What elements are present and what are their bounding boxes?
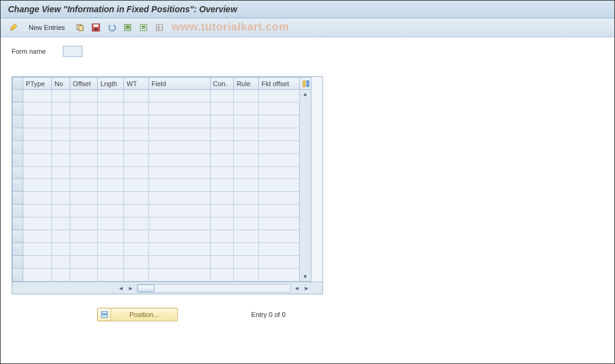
cell[interactable] xyxy=(124,153,149,166)
row-selector[interactable] xyxy=(13,205,23,217)
cell[interactable] xyxy=(124,102,149,115)
table-row[interactable] xyxy=(13,192,311,205)
cell[interactable] xyxy=(210,166,234,179)
cell[interactable] xyxy=(149,268,211,281)
col-no[interactable]: No xyxy=(52,78,70,90)
vertical-scrollbar[interactable]: ▲▼ xyxy=(299,90,311,282)
cell[interactable] xyxy=(259,128,299,140)
scroll-right2-icon[interactable]: ► xyxy=(302,285,311,291)
cell[interactable] xyxy=(149,102,211,115)
col-wt[interactable]: WT xyxy=(124,78,149,90)
table-row[interactable] xyxy=(13,255,311,268)
cell[interactable] xyxy=(149,192,211,205)
cell[interactable] xyxy=(23,115,52,128)
cell[interactable] xyxy=(259,243,299,256)
cell[interactable] xyxy=(234,102,259,115)
table-row[interactable] xyxy=(13,128,311,140)
cell[interactable] xyxy=(98,102,124,115)
cell[interactable] xyxy=(210,268,234,281)
cell[interactable] xyxy=(70,140,98,153)
cell[interactable] xyxy=(210,192,234,205)
cell[interactable] xyxy=(52,230,70,243)
cell[interactable] xyxy=(259,230,299,243)
cell[interactable] xyxy=(259,268,299,281)
cell[interactable] xyxy=(210,153,234,166)
cell[interactable] xyxy=(259,192,299,205)
cell[interactable] xyxy=(52,243,70,256)
scroll-right-icon[interactable]: ► xyxy=(126,285,136,291)
scroll-down-icon[interactable]: ▼ xyxy=(302,274,308,280)
cell[interactable] xyxy=(70,115,98,128)
row-selector[interactable] xyxy=(13,90,23,103)
cell[interactable] xyxy=(149,230,211,243)
row-selector[interactable] xyxy=(13,153,23,166)
position-button[interactable]: Position... xyxy=(97,308,178,321)
cell[interactable] xyxy=(234,205,259,217)
row-selector[interactable] xyxy=(13,140,23,153)
cell[interactable] xyxy=(98,217,124,230)
form-name-input[interactable] xyxy=(63,46,82,57)
table-row[interactable] xyxy=(13,179,311,192)
cell[interactable] xyxy=(210,230,234,243)
cell[interactable] xyxy=(149,179,211,192)
col-con[interactable]: Con. xyxy=(210,78,234,90)
cell[interactable] xyxy=(52,153,70,166)
cell[interactable] xyxy=(149,217,211,230)
cell[interactable] xyxy=(234,255,259,268)
cell[interactable] xyxy=(210,140,234,153)
col-offset[interactable]: Offset xyxy=(70,78,98,90)
col-lngth[interactable]: Lngth xyxy=(98,78,124,90)
cell[interactable] xyxy=(70,268,98,281)
row-selector[interactable] xyxy=(13,128,23,140)
cell[interactable] xyxy=(98,268,124,281)
cell[interactable] xyxy=(52,217,70,230)
row-selector[interactable] xyxy=(13,230,23,243)
cell[interactable] xyxy=(23,128,52,140)
row-selector[interactable] xyxy=(13,192,23,205)
table-row[interactable] xyxy=(13,166,311,179)
table-config-icon[interactable] xyxy=(299,78,311,90)
cell[interactable] xyxy=(234,192,259,205)
cell[interactable] xyxy=(210,255,234,268)
cell[interactable] xyxy=(23,217,52,230)
cell[interactable] xyxy=(210,205,234,217)
table-settings-icon[interactable] xyxy=(153,21,166,34)
cell[interactable] xyxy=(70,102,98,115)
cell[interactable] xyxy=(124,115,149,128)
row-selector[interactable] xyxy=(13,179,23,192)
cell[interactable] xyxy=(23,179,52,192)
cell[interactable] xyxy=(234,243,259,256)
save-icon[interactable] xyxy=(89,21,103,34)
cell[interactable] xyxy=(70,179,98,192)
row-selector[interactable] xyxy=(13,166,23,179)
cell[interactable] xyxy=(98,153,124,166)
horizontal-scrollbar[interactable]: ◄ ► ◄ ► xyxy=(12,282,322,294)
cell[interactable] xyxy=(124,255,149,268)
cell[interactable] xyxy=(210,243,234,256)
cell[interactable] xyxy=(23,205,52,217)
cell[interactable] xyxy=(52,268,70,281)
cell[interactable] xyxy=(52,205,70,217)
cell[interactable] xyxy=(70,217,98,230)
cell[interactable] xyxy=(149,153,211,166)
scroll-thumb[interactable] xyxy=(137,285,155,292)
cell[interactable] xyxy=(259,166,299,179)
cell[interactable] xyxy=(52,102,70,115)
cell[interactable] xyxy=(210,102,234,115)
cell[interactable] xyxy=(259,115,299,128)
cell[interactable] xyxy=(70,192,98,205)
cell[interactable] xyxy=(23,166,52,179)
cell[interactable] xyxy=(23,255,52,268)
cell[interactable] xyxy=(23,243,52,256)
cell[interactable] xyxy=(234,90,259,103)
cell[interactable] xyxy=(234,115,259,128)
row-selector[interactable] xyxy=(13,217,23,230)
table-row[interactable] xyxy=(13,243,311,256)
cell[interactable] xyxy=(234,166,259,179)
cell[interactable] xyxy=(124,230,149,243)
change-icon[interactable] xyxy=(7,21,20,34)
col-rule[interactable]: Rule xyxy=(234,78,259,90)
cell[interactable] xyxy=(234,153,259,166)
cell[interactable] xyxy=(98,205,124,217)
cell[interactable] xyxy=(149,205,211,217)
